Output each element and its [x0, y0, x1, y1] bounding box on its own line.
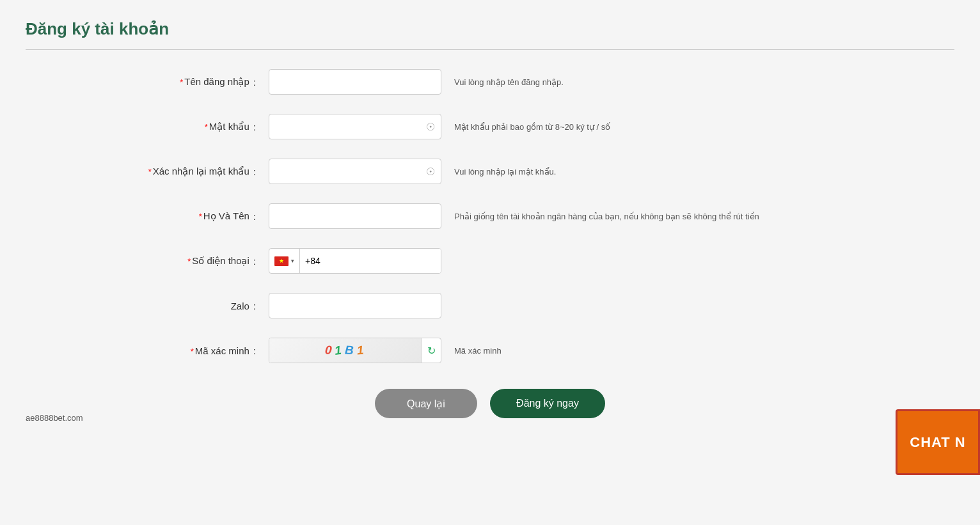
phone-row: * Số điện thoại : ▾ [26, 248, 921, 274]
zalo-colon: : [253, 301, 256, 311]
username-row: * Tên đăng nhập : Vui lòng nhập tên đăng… [26, 69, 921, 95]
phone-label-wrapper: * Số điện thoại : [26, 255, 269, 267]
zalo-label: Zalo [231, 301, 249, 311]
page-container: Đăng ký tài khoản * Tên đăng nhập : Vui … [0, 0, 980, 525]
divider [26, 49, 954, 50]
username-label: Tên đăng nhập [184, 76, 249, 88]
password-eye-icon[interactable]: ☉ [426, 121, 435, 133]
fullname-label-wrapper: * Họ Và Tên : [26, 210, 269, 222]
fullname-label: Họ Và Tên [203, 210, 249, 222]
chat-button[interactable]: CHAT N [896, 409, 980, 475]
password-label-wrapper: * Mật khẩu : [26, 121, 269, 132]
phone-input-wrapper: ▾ [269, 248, 441, 274]
phone-country-selector[interactable]: ▾ [269, 249, 300, 273]
fullname-required: * [199, 212, 202, 221]
password-colon: : [253, 121, 256, 132]
site-label: ae8888bet.com [26, 413, 83, 423]
confirm-password-row: * Xác nhận lại mật khẩu : ☉ Vui lòng nhậ… [26, 159, 921, 184]
password-label: Mật khẩu [209, 121, 249, 132]
username-hint: Vui lòng nhập tên đăng nhập. [454, 77, 564, 87]
form-container: * Tên đăng nhập : Vui lòng nhập tên đăng… [26, 69, 921, 363]
register-button[interactable]: Đăng ký ngay [490, 389, 605, 418]
fullname-row: * Họ Và Tên : Phải giống tên tài khoản n… [26, 203, 921, 229]
confirm-password-colon: : [253, 166, 256, 177]
phone-colon: : [253, 256, 256, 267]
captcha-label-wrapper: * Mã xác minh : [26, 345, 269, 356]
confirm-password-eye-icon[interactable]: ☉ [426, 166, 435, 178]
username-input[interactable] [269, 69, 441, 95]
captcha-chars: 0 1 B 1 [325, 343, 366, 357]
captcha-colon: : [253, 345, 256, 356]
captcha-refresh-button[interactable]: ↻ [422, 338, 441, 363]
chat-label: CHAT N [910, 434, 965, 451]
captcha-row: * Mã xác minh : 0 1 B 1 ↻ Mã xác minh [26, 338, 921, 363]
confirm-password-hint: Vui lòng nhập lại mật khẩu. [454, 167, 556, 176]
password-input[interactable] [269, 114, 441, 139]
captcha-char-3: B [344, 343, 356, 358]
page-title: Đăng ký tài khoản [26, 19, 954, 39]
password-row: * Mật khẩu : ☉ Mật khẩu phải bao gồm từ … [26, 114, 921, 139]
captcha-hint: Mã xác minh [454, 346, 502, 356]
confirm-password-required: * [148, 167, 152, 176]
captcha-char-4: 1 [356, 343, 367, 357]
password-input-wrapper: ☉ [269, 114, 441, 139]
zalo-input[interactable] [269, 293, 441, 318]
confirm-password-input[interactable] [269, 159, 441, 184]
captcha-label: Mã xác minh [195, 345, 249, 356]
password-hint: Mật khẩu phải bao gồm từ 8~20 ký tự / số [454, 122, 610, 132]
phone-label: Số điện thoại [192, 255, 249, 267]
fullname-input[interactable] [269, 203, 441, 229]
confirm-password-input-wrapper: ☉ [269, 159, 441, 184]
captcha-char-2: 1 [334, 343, 345, 358]
phone-required: * [187, 256, 191, 266]
captcha-input-wrapper: 0 1 B 1 ↻ [269, 338, 441, 363]
password-required: * [205, 122, 208, 132]
confirm-password-label: Xác nhận lại mật khẩu [153, 166, 249, 177]
country-chevron-icon: ▾ [291, 258, 294, 264]
fullname-colon: : [253, 211, 256, 222]
vietnam-flag-icon [274, 256, 288, 266]
back-button[interactable]: Quay lại [375, 389, 477, 418]
captcha-required: * [191, 347, 194, 356]
username-label-wrapper: * Tên đăng nhập : [26, 76, 269, 88]
phone-input[interactable] [300, 249, 441, 273]
username-colon: : [253, 77, 256, 88]
fullname-hint: Phải giống tên tài khoản ngân hàng của b… [454, 212, 759, 221]
confirm-password-label-wrapper: * Xác nhận lại mật khẩu : [26, 166, 269, 177]
username-required: * [180, 77, 183, 87]
zalo-row: Zalo : [26, 293, 921, 318]
captcha-image: 0 1 B 1 [269, 338, 422, 363]
button-row: Quay lại Đăng ký ngay [26, 389, 954, 418]
zalo-label-wrapper: Zalo : [26, 301, 269, 311]
